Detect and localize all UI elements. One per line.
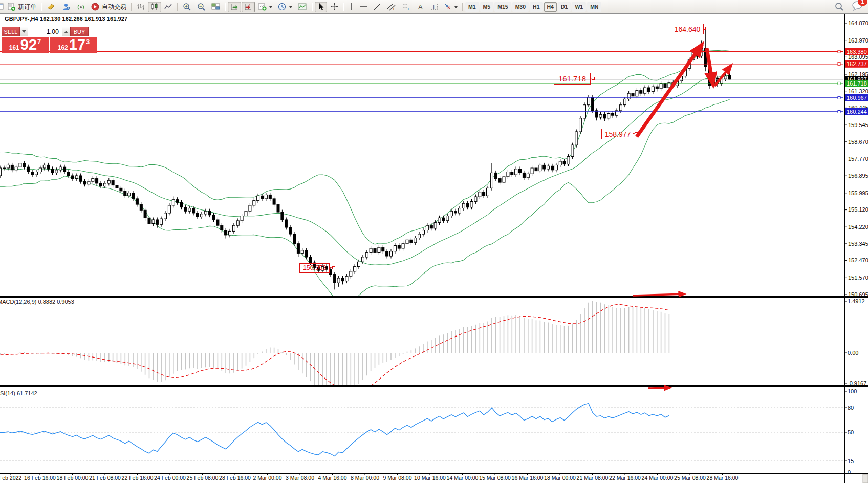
macd-indicator-label: MACD(12,26,9) 0.8882 0.9053 <box>0 299 74 305</box>
cursor-icon <box>317 3 324 11</box>
toolbar-separator <box>41 3 42 11</box>
annotation-anchor <box>333 267 335 269</box>
volume-input[interactable] <box>28 27 62 36</box>
trend-arrow-object <box>648 388 670 388</box>
time-tick: 10 Mar 16:00 <box>414 475 446 481</box>
timeframe-button-H4[interactable]: H4 <box>544 2 557 12</box>
line-handle <box>838 96 840 99</box>
price-annotation-label[interactable]: 158.977 <box>601 129 634 139</box>
time-tick: 25 Feb 08:00 <box>187 475 219 481</box>
horizontal-line-icon <box>359 4 367 10</box>
svg-text:E: E <box>393 7 396 11</box>
zoom-out-button[interactable] <box>194 2 208 12</box>
indicators-button[interactable] <box>255 2 275 12</box>
dropdown-caret-icon <box>289 6 292 10</box>
time-tick: 3 Mar 08:00 <box>286 475 314 481</box>
zoom-in-button[interactable] <box>180 2 194 12</box>
dropdown-caret-icon <box>269 6 272 10</box>
timeframe-button-M15[interactable]: M15 <box>494 2 511 12</box>
periods-button[interactable] <box>275 2 295 12</box>
search-icon[interactable] <box>834 2 844 12</box>
timeframe-button-M5[interactable]: M5 <box>480 2 494 12</box>
timeframe-button-MN[interactable]: MN <box>587 2 601 12</box>
svg-text:0.00: 0.00 <box>848 350 858 356</box>
time-tick: 28 Feb 16:00 <box>219 475 251 481</box>
fibonacci-button[interactable]: F <box>399 2 414 12</box>
metaeditor-button[interactable] <box>44 2 58 12</box>
auto-scroll-button[interactable] <box>228 2 241 12</box>
timeframe-button-H1[interactable]: H1 <box>530 2 542 12</box>
line-handle <box>838 111 840 113</box>
horizontal-line-button[interactable] <box>357 2 370 12</box>
person-icon <box>61 3 71 11</box>
add-indicator-icon <box>258 3 267 11</box>
auto-scroll-icon <box>230 3 238 11</box>
price-annotation-label[interactable]: 161.718 <box>554 73 591 85</box>
timeframe-button-D1[interactable]: D1 <box>558 2 571 12</box>
buy-price-panel[interactable]: 162 17 3 <box>50 37 97 53</box>
arrows-tool-icon <box>444 3 452 11</box>
svg-text:100: 100 <box>848 388 857 394</box>
price-tick: 150.695 <box>848 291 868 298</box>
svg-text:50: 50 <box>848 429 854 435</box>
price-chart-canvas[interactable]: 164.870163.970163.095162.195161.320160.4… <box>0 0 868 483</box>
svg-text:161.718: 161.718 <box>847 80 867 87</box>
annotation-anchor <box>592 77 595 80</box>
svg-text:-0.9167: -0.9167 <box>848 380 866 386</box>
price-annotation-label[interactable]: 150.953 <box>299 263 330 273</box>
mql5-community-button[interactable] <box>59 2 73 12</box>
buy-button[interactable]: BUY <box>70 27 89 36</box>
line-chart-button[interactable] <box>162 2 175 12</box>
volume-decrease-button[interactable] <box>20 27 28 36</box>
new-order-button[interactable]: 新订单 <box>5 2 39 12</box>
svg-text:15: 15 <box>848 458 854 464</box>
trendline-icon <box>373 3 381 11</box>
text-icon: A <box>417 3 424 11</box>
notifications-button[interactable]: 1 <box>852 1 864 13</box>
line-handle <box>838 62 840 65</box>
time-tick: 2 Mar 00:00 <box>253 475 281 481</box>
signals-button[interactable] <box>74 2 88 12</box>
triangle-up-icon <box>64 29 68 33</box>
chart-shift-button[interactable] <box>242 2 255 12</box>
price-tick: 164.870 <box>848 20 868 26</box>
svg-text:163.380: 163.380 <box>847 49 867 55</box>
templates-button[interactable] <box>295 2 310 12</box>
equidistant-channel-button[interactable]: E <box>384 2 399 12</box>
vertical-line-button[interactable] <box>346 2 356 12</box>
vertical-line-icon <box>349 3 354 11</box>
tile-windows-button[interactable] <box>209 2 223 12</box>
timeframe-button-M30[interactable]: M30 <box>512 2 529 12</box>
new-order-label: 新订单 <box>18 3 36 11</box>
timeframe-button-W1[interactable]: W1 <box>572 2 586 12</box>
time-tick: 4 Mar 16:00 <box>318 475 346 481</box>
autotrading-button[interactable]: 自动交易 <box>89 2 129 12</box>
trendline-button[interactable] <box>371 2 384 12</box>
timeframe-button-M1[interactable]: M1 <box>465 2 479 12</box>
zoom-in-icon <box>183 3 191 11</box>
buy-price-big: 17 <box>69 37 85 52</box>
toolbar-separator <box>131 3 132 11</box>
sell-price-panel[interactable]: 161 92 7 <box>2 37 49 53</box>
time-tick: 15 Mar 08:00 <box>479 475 511 481</box>
text-button[interactable]: A <box>414 2 426 12</box>
timeframe-group: M1M5M15M30H1H4D1W1MN <box>465 2 601 12</box>
cursor-button[interactable] <box>315 2 327 12</box>
toolbar-separator <box>343 3 344 11</box>
zoom-out-icon <box>197 3 206 11</box>
sell-price-small: 161 <box>9 44 19 51</box>
toolbar-separator <box>312 3 313 11</box>
volume-increase-button[interactable] <box>62 27 70 36</box>
bar-chart-button[interactable] <box>134 2 147 12</box>
buy-price-small: 162 <box>58 44 68 51</box>
tile-windows-icon <box>211 3 220 11</box>
price-annotation-label[interactable]: 164.640 <box>671 24 704 34</box>
arrows-tool-button[interactable] <box>441 2 460 12</box>
text-label-button[interactable]: T <box>427 2 441 12</box>
sell-button[interactable]: SELL <box>2 27 20 36</box>
editor-icon <box>47 3 56 11</box>
candlestick-chart-button[interactable] <box>148 2 161 12</box>
price-tick: 154.220 <box>848 224 868 230</box>
crosshair-button[interactable] <box>328 2 341 12</box>
clock-icon <box>278 3 287 11</box>
